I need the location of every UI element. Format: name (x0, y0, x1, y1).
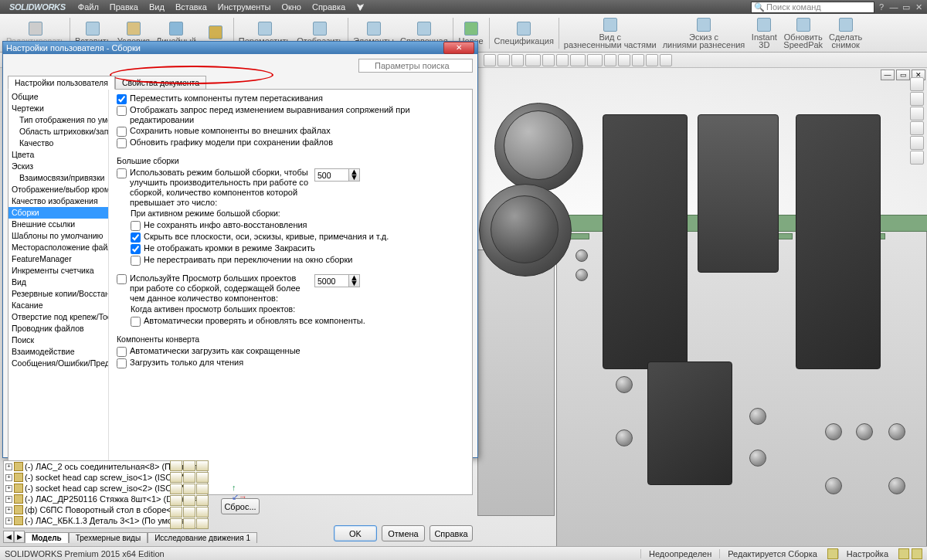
checkbox[interactable] (131, 232, 141, 243)
checkbox[interactable] (131, 317, 141, 327)
tree-item[interactable]: Отверстие под крепеж/Tool (8, 311, 108, 323)
tree-item[interactable]: Тип отображения по умол (8, 114, 108, 126)
tree-item[interactable]: Внешние ссылки (8, 219, 108, 230)
ft-btn[interactable] (183, 472, 195, 483)
chk-large-design[interactable] (117, 274, 127, 284)
taskpane-btn[interactable] (910, 121, 924, 135)
checkbox[interactable] (117, 358, 127, 368)
chk-large-assy[interactable] (117, 168, 127, 178)
ft-btn[interactable] (196, 460, 209, 471)
ft-btn[interactable] (170, 484, 182, 494)
tool-generic[interactable] (604, 54, 616, 66)
tree-item[interactable]: Поиск (8, 334, 108, 346)
close-icon[interactable]: ✕ (913, 2, 924, 12)
expand-icon[interactable]: + (5, 463, 12, 470)
tab-motion[interactable]: Исследование движения 1 (148, 532, 257, 543)
tool-generic[interactable] (525, 54, 541, 66)
tree-item[interactable]: Область штриховки/запол (8, 126, 108, 137)
tree-item[interactable]: Отображение/выбор кромк (8, 184, 108, 195)
menu-insert[interactable]: Вставка (171, 2, 212, 12)
checkbox[interactable] (117, 106, 127, 116)
options-search-input[interactable] (358, 59, 473, 73)
tool-generic[interactable] (618, 54, 630, 66)
ribbon-explode-sketch[interactable]: Эскиз слиниями разнесения (660, 15, 749, 51)
taskpane-btn[interactable] (910, 77, 924, 91)
tool-generic[interactable] (556, 54, 569, 66)
status-config[interactable]: Настройка (838, 549, 896, 558)
ft-btn[interactable] (170, 460, 182, 471)
tree-item[interactable]: Инкременты счетчика (8, 265, 108, 277)
tree-item[interactable]: Чертежи (8, 103, 108, 114)
dialog-close-button[interactable]: ✕ (443, 42, 474, 54)
taskpane-btn[interactable] (910, 151, 924, 165)
menu-window[interactable]: Окно (277, 2, 306, 12)
help-icon[interactable]: ? (876, 2, 887, 12)
checkbox[interactable] (117, 347, 127, 357)
tree-item[interactable]: Месторасположение файло (8, 242, 108, 253)
tree-item[interactable]: Общие (8, 91, 108, 103)
taskpane-btn[interactable] (910, 136, 924, 150)
tree-item[interactable]: Касание (8, 300, 108, 311)
checkbox[interactable] (117, 127, 127, 137)
tool-generic[interactable] (646, 54, 658, 66)
checkbox[interactable] (117, 94, 127, 104)
expand-icon[interactable]: + (5, 474, 12, 481)
dialog-title-bar[interactable]: Настройки пользователя - Сборки ✕ (3, 42, 477, 54)
tool-generic[interactable] (484, 54, 496, 66)
ribbon-instant3d[interactable]: Instant3D (748, 15, 780, 51)
ft-btn[interactable] (183, 460, 195, 471)
menu-view[interactable]: Вид (144, 2, 169, 12)
tab-3dviews[interactable]: Трехмерные виды (69, 532, 148, 543)
tree-item[interactable]: Проводник файлов (8, 323, 108, 334)
tool-generic[interactable] (542, 54, 555, 66)
tree-item[interactable]: Взаимосвязи/привязки (8, 172, 108, 184)
ft-btn[interactable] (196, 518, 209, 529)
ft-btn[interactable] (196, 472, 209, 483)
tree-item[interactable]: Резервные копии/Восстано (8, 288, 108, 300)
menu-file[interactable]: Файл (73, 2, 104, 12)
ft-btn[interactable] (183, 507, 195, 518)
tab-next-button[interactable]: ▶ (14, 531, 25, 543)
taskpane-btn[interactable] (910, 92, 924, 106)
ribbon-exploded[interactable]: Вид сразнесенными частями (561, 15, 660, 51)
spinner[interactable]: ▲▼ (349, 274, 360, 287)
cancel-button[interactable]: Отмена (382, 525, 425, 541)
tool-generic[interactable] (570, 54, 586, 66)
expand-icon[interactable]: + (5, 518, 12, 524)
checkbox[interactable] (131, 256, 141, 266)
status-icon[interactable] (827, 548, 838, 559)
ft-btn[interactable] (196, 507, 209, 518)
expand-icon[interactable]: + (5, 485, 12, 492)
tree-item[interactable]: Вид (8, 277, 108, 288)
tool-generic[interactable] (632, 54, 644, 66)
ribbon-bom[interactable]: Спецификация (491, 15, 557, 51)
taskpane-btn[interactable] (910, 107, 924, 120)
tool-generic[interactable] (511, 54, 524, 66)
expand-icon[interactable]: + (5, 496, 12, 503)
maximize-icon[interactable]: ▭ (901, 2, 912, 12)
checkbox[interactable] (117, 138, 127, 148)
expand-icon[interactable]: + (5, 507, 12, 514)
command-search-input[interactable]: 🔍Поиск команд (751, 2, 874, 13)
tree-item[interactable]: Сборки (8, 207, 108, 219)
tree-item[interactable]: Цвета (8, 149, 108, 161)
checkbox[interactable] (131, 221, 141, 231)
spinner[interactable]: ▲▼ (349, 168, 360, 182)
menu-help[interactable]: Справка (307, 2, 350, 12)
tree-item[interactable]: Взаимодействие (8, 346, 108, 358)
tree-item[interactable]: Качество изображения (8, 195, 108, 207)
ft-btn[interactable] (170, 507, 182, 518)
tab-prev-button[interactable]: ◀ (3, 531, 14, 543)
ft-btn[interactable] (170, 472, 182, 483)
tree-item[interactable]: FeatureManager (8, 253, 108, 265)
large-assy-threshold-input[interactable] (314, 168, 349, 182)
ok-button[interactable]: OK (334, 525, 377, 541)
status-icon[interactable] (912, 548, 922, 559)
tree-item[interactable]: Эскиз (8, 161, 108, 172)
status-icon[interactable] (898, 548, 909, 559)
minimize-icon[interactable]: — (888, 2, 899, 12)
tree-item[interactable]: Шаблоны по умолчанию (8, 230, 108, 242)
help-button[interactable]: Справка (430, 525, 473, 541)
ft-btn[interactable] (196, 495, 209, 506)
tab-system-options[interactable]: Настройки пользователя (8, 76, 115, 90)
